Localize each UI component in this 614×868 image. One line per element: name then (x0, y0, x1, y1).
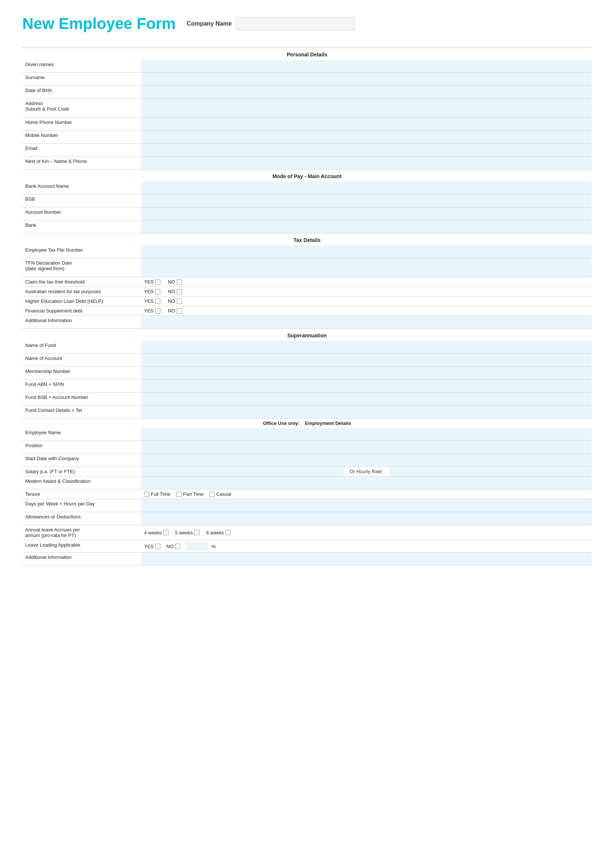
financial-supplement-no[interactable]: NO (168, 308, 182, 313)
aus-resident-no-checkbox[interactable] (177, 289, 182, 294)
leave-loading-yes[interactable]: YES (144, 544, 160, 549)
mobile-field[interactable] (141, 131, 592, 144)
aus-resident-no[interactable]: NO (168, 289, 182, 294)
fund-bsb-input[interactable] (144, 394, 589, 403)
modern-award-input[interactable] (144, 478, 589, 487)
allowances-field[interactable] (141, 512, 592, 525)
additional-info-tax-input[interactable] (144, 318, 589, 327)
membership-number-input[interactable] (144, 369, 589, 377)
email-input[interactable] (144, 146, 589, 154)
tfn-declaration-input[interactable] (144, 260, 589, 275)
fund-contact-input[interactable] (144, 408, 589, 416)
tenure-fulltime[interactable]: Full Time (144, 491, 171, 497)
additional-info-emp-input[interactable] (144, 555, 589, 563)
aus-resident-yes-checkbox[interactable] (155, 289, 160, 294)
bank-field[interactable] (141, 220, 592, 233)
tax-free-yes[interactable]: YES (144, 279, 160, 285)
days-per-week-field[interactable] (141, 499, 592, 512)
home-phone-input[interactable] (144, 119, 589, 129)
tenure-casual[interactable]: Casual (209, 491, 231, 497)
bank-input[interactable] (144, 222, 589, 231)
address-input[interactable] (144, 101, 589, 115)
bank-account-name-field[interactable] (141, 181, 592, 194)
tax-free-no-checkbox[interactable] (177, 279, 182, 285)
name-of-account-field[interactable] (141, 353, 592, 367)
leave-loading-percent-input[interactable] (186, 542, 209, 550)
help-yes[interactable]: YES (144, 298, 160, 304)
dob-input[interactable] (144, 88, 589, 96)
days-per-week-input[interactable] (144, 501, 589, 510)
leave-5weeks[interactable]: 5 weeks (175, 530, 200, 535)
dob-field[interactable] (141, 86, 592, 99)
tenure-parttime-checkbox[interactable] (176, 492, 181, 497)
fund-bsb-field[interactable] (141, 393, 592, 406)
position-field[interactable] (141, 441, 592, 454)
name-of-fund-input[interactable] (144, 343, 589, 352)
fund-abn-field[interactable] (141, 380, 592, 393)
leave-loading-no-checkbox[interactable] (175, 544, 180, 549)
email-field[interactable] (141, 144, 592, 157)
financial-supplement-no-checkbox[interactable] (177, 308, 182, 313)
leave-4weeks-checkbox[interactable] (163, 530, 169, 535)
tax-file-number-input[interactable] (144, 247, 589, 256)
given-names-input[interactable] (144, 62, 589, 71)
home-phone-label: Home Phone Number (22, 118, 141, 131)
help-no[interactable]: NO (168, 298, 182, 304)
tax-free-no-label: NO (168, 279, 175, 285)
home-phone-field[interactable] (141, 118, 592, 131)
next-of-kin-field[interactable] (141, 157, 592, 170)
leave-6weeks[interactable]: 6 weeks (206, 530, 231, 535)
start-date-input[interactable] (144, 456, 589, 465)
tenure-fulltime-checkbox[interactable] (144, 492, 149, 497)
start-date-field[interactable] (141, 454, 592, 467)
tax-free-yes-checkbox[interactable] (155, 279, 160, 285)
additional-info-emp-field[interactable] (141, 553, 592, 566)
employee-name-field[interactable] (141, 428, 592, 441)
hourly-rate-input[interactable] (389, 467, 592, 476)
position-input[interactable] (144, 443, 589, 452)
allowances-input[interactable] (144, 514, 589, 523)
membership-number-field[interactable] (141, 367, 592, 380)
given-names-field[interactable] (141, 60, 592, 73)
mobile-input[interactable] (144, 132, 589, 141)
bsb-input[interactable] (144, 196, 589, 205)
company-name-input[interactable] (236, 17, 355, 30)
surname-input[interactable] (144, 74, 589, 84)
leave-4weeks[interactable]: 4 weeks (144, 530, 169, 535)
financial-supplement-yes[interactable]: YES (144, 308, 160, 313)
leave-6weeks-checkbox[interactable] (225, 530, 231, 535)
tenure-field: Full Time Part Time Casual (141, 490, 592, 499)
account-number-field[interactable] (141, 208, 592, 220)
given-names-label: Given names (22, 60, 141, 73)
modern-award-field[interactable] (141, 476, 592, 490)
tax-file-number-field[interactable] (141, 245, 592, 258)
fund-contact-field[interactable] (141, 406, 592, 418)
name-of-fund-field[interactable] (141, 341, 592, 353)
help-yes-checkbox[interactable] (155, 299, 160, 304)
bsb-field[interactable] (141, 194, 592, 208)
financial-supplement-no-label: NO (168, 308, 175, 313)
fund-abn-input[interactable] (144, 381, 589, 391)
address-field[interactable] (141, 99, 592, 118)
employee-name-input[interactable] (144, 430, 589, 439)
tfn-declaration-field[interactable] (141, 258, 592, 277)
bsb-label: BSB (22, 194, 141, 208)
financial-supplement-yes-checkbox[interactable] (155, 308, 160, 313)
leave-loading-no[interactable]: NO (166, 544, 180, 549)
leave-5weeks-checkbox[interactable] (194, 530, 199, 535)
name-of-account-input[interactable] (144, 355, 589, 364)
account-number-input[interactable] (144, 209, 589, 218)
tax-free-no[interactable]: NO (168, 279, 182, 285)
tenure-parttime[interactable]: Part Time (176, 491, 204, 497)
salary-amount-input[interactable] (141, 467, 344, 476)
leave-loading-yes-checkbox[interactable] (155, 544, 160, 549)
modern-award-label: Modern Award & Classification (22, 476, 141, 490)
surname-field[interactable] (141, 73, 592, 86)
bank-account-name-input[interactable] (144, 183, 589, 192)
aus-resident-yes[interactable]: YES (144, 289, 160, 294)
tenure-casual-checkbox[interactable] (209, 492, 215, 497)
next-of-kin-input[interactable] (144, 158, 589, 167)
help-no-checkbox[interactable] (177, 299, 182, 304)
additional-info-tax-field[interactable] (141, 316, 592, 329)
employment-details-heading: Office Use only: Employment Details (22, 418, 592, 428)
